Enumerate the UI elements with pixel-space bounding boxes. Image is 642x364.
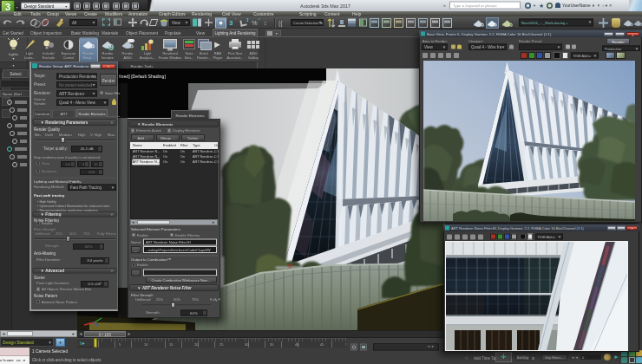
svg-text:fined] [Default Shading]: fined] [Default Shading] [119,74,166,79]
